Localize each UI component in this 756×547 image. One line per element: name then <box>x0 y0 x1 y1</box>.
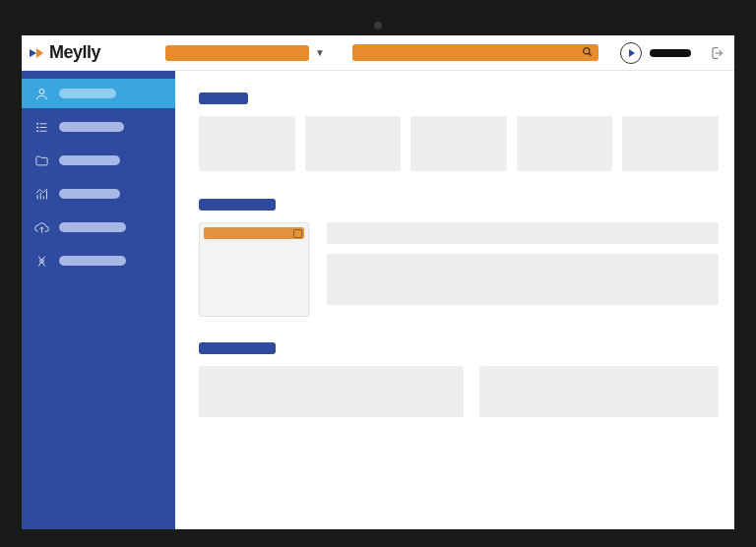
section-3-card-1[interactable] <box>199 366 464 417</box>
svg-point-6 <box>36 126 37 127</box>
section-2-body <box>199 222 719 317</box>
section-1-card-1[interactable] <box>199 116 295 171</box>
device-frame: Meylly ▼ <box>0 0 756 547</box>
search-input[interactable] <box>352 44 598 61</box>
svg-point-8 <box>36 130 37 131</box>
section-3-cards <box>199 366 719 417</box>
sidebar <box>22 71 175 529</box>
search-field[interactable] <box>352 44 598 61</box>
context-selector[interactable]: ▼ <box>165 45 325 61</box>
section-1-cards <box>199 116 719 171</box>
top-bar: Meylly ▼ <box>22 35 734 71</box>
search-icon[interactable] <box>582 46 593 59</box>
section-1-card-2[interactable] <box>305 116 402 171</box>
section-3-card-2[interactable] <box>479 366 719 417</box>
nav-item-label <box>59 89 116 98</box>
nav-item-list[interactable] <box>22 112 175 142</box>
section-2-panel-tab[interactable] <box>204 227 304 239</box>
section-1-card-3[interactable] <box>410 116 507 171</box>
nav-item-label <box>59 122 124 132</box>
nav-item-upload[interactable] <box>22 213 175 242</box>
section-2-panel[interactable] <box>199 222 309 317</box>
nav-item-label <box>59 189 120 199</box>
chevron-down-icon: ▼ <box>315 47 325 58</box>
svg-point-0 <box>584 48 590 54</box>
upload-icon <box>33 219 49 235</box>
section-1-card-4[interactable] <box>517 116 613 171</box>
app-screen: Meylly ▼ <box>22 35 734 529</box>
app-body <box>22 71 734 529</box>
section-1-title <box>199 92 248 104</box>
chart-icon <box>33 186 49 202</box>
logout-icon <box>709 45 724 61</box>
settings-icon <box>33 253 49 269</box>
brand-logo[interactable]: Meylly <box>30 42 158 63</box>
section-2-title <box>199 199 276 211</box>
user-menu[interactable] <box>650 49 691 57</box>
svg-point-3 <box>39 89 44 93</box>
nav-item-user[interactable] <box>22 79 175 108</box>
list-icon <box>33 119 49 135</box>
device-camera-dot <box>374 22 382 30</box>
section-2-detail <box>327 222 719 305</box>
section-1-card-5[interactable] <box>622 116 719 171</box>
nav-item-label <box>59 256 126 266</box>
folder-icon <box>33 152 49 168</box>
nav-item-label <box>59 222 126 232</box>
svg-line-1 <box>589 53 591 55</box>
nav-item-chart[interactable] <box>22 179 175 209</box>
nav-item-label <box>59 155 120 165</box>
section-3-title <box>199 342 276 354</box>
nav-item-folder[interactable] <box>22 146 175 175</box>
svg-point-4 <box>36 123 37 124</box>
logout-button[interactable] <box>709 45 724 61</box>
section-2-row-1[interactable] <box>327 222 719 244</box>
brand-name: Meylly <box>49 42 100 63</box>
user-icon <box>33 86 49 101</box>
nav-item-settings[interactable] <box>22 246 175 275</box>
context-selector-value <box>165 45 309 61</box>
play-icon <box>629 49 635 57</box>
section-2-row-2[interactable] <box>327 254 719 305</box>
app-launcher-button[interactable] <box>620 42 642 64</box>
brand-logo-mark <box>30 45 45 61</box>
main-content <box>175 71 734 529</box>
